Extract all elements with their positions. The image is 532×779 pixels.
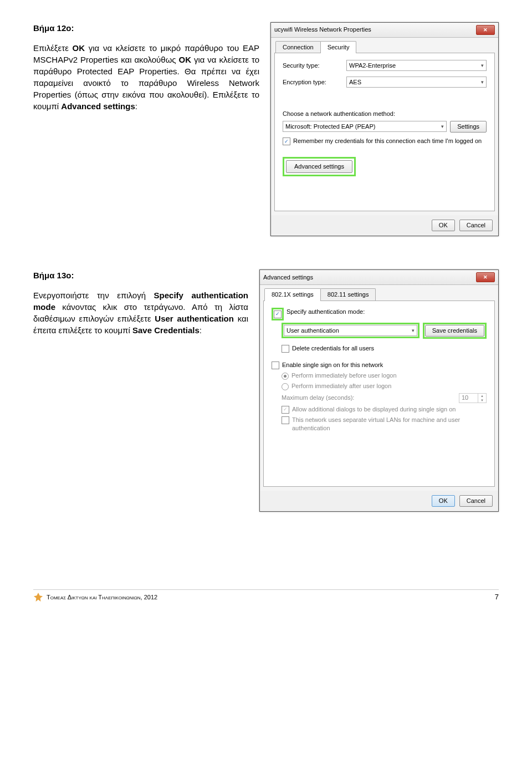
delete-credentials-checkbox[interactable] <box>282 345 289 353</box>
encryption-type-select[interactable]: AES <box>346 77 487 88</box>
ok-button[interactable]: OK <box>432 220 455 231</box>
t: : <box>200 325 202 335</box>
auth-mode-select[interactable]: User authentication <box>284 325 417 336</box>
dialog-title: ucywifi Wireless Network Properties <box>274 26 476 34</box>
t: Advanced settings <box>61 101 135 111</box>
t: Ενεργοποιήστε την επιλογή <box>33 291 154 300</box>
t: : <box>135 101 137 111</box>
allow-dialogs-checkbox: ✓ <box>282 406 289 414</box>
auth-method-select[interactable]: Microsoft: Protected EAP (PEAP) <box>283 121 447 132</box>
dialog-title: Advanced settings <box>263 273 476 282</box>
advanced-settings-button[interactable]: Advanced settings <box>286 160 352 173</box>
step12-title: Βήμα 12ο: <box>33 22 259 34</box>
t: ΟΚ <box>179 55 192 64</box>
specify-mode-label: Specify authentication mode: <box>287 308 365 316</box>
before-logon-label: Perform immediately before user logon <box>291 371 397 380</box>
highlight-specify-checkbox: ✓ <box>272 308 284 320</box>
logo-icon <box>33 592 43 602</box>
step12-body: Επιλέξετε ΟΚ για να κλείσετε το μικρό πα… <box>33 42 259 112</box>
step13-body: Ενεργοποιήστε την επιλογή Specify authen… <box>33 289 248 336</box>
vlan-label: This network uses separate virtual LANs … <box>292 416 487 433</box>
save-credentials-button[interactable]: Save credentials <box>425 325 484 337</box>
auth-method-label: Choose a network authentication method: <box>283 110 487 118</box>
t: Save Credentials <box>132 325 200 335</box>
security-type-select[interactable]: WPA2-Enterprise <box>346 60 487 71</box>
specify-mode-checkbox[interactable]: ✓ <box>274 310 282 318</box>
after-logon-label: Perform immediately after user logon <box>291 382 391 390</box>
advanced-settings-dialog: Advanced settings ✕ 802.1X settings 802.… <box>259 269 499 512</box>
encryption-type-label: Encryption type: <box>283 78 346 86</box>
max-delay-value: 10 <box>462 394 468 402</box>
max-delay-input: 10 ▲▼ <box>459 393 487 403</box>
tab-80211[interactable]: 802.11 settings <box>320 288 376 301</box>
highlight-save-cred: Save credentials <box>423 323 487 339</box>
delete-credentials-label: Delete credentials for all users <box>292 344 374 353</box>
tab-8021x[interactable]: 802.1X settings <box>264 288 321 301</box>
close-icon[interactable]: ✕ <box>476 272 495 282</box>
allow-dialogs-label: Allow additional dialogs to be displayed… <box>292 405 456 414</box>
cancel-button[interactable]: Cancel <box>459 220 493 231</box>
close-icon[interactable]: ✕ <box>476 25 495 35</box>
ok-button[interactable]: OK <box>432 495 455 507</box>
tab-security[interactable]: Security <box>320 41 357 53</box>
wireless-properties-dialog: ucywifi Wireless Network Properties ✕ Co… <box>270 22 499 236</box>
sso-label: Enable single sign on for this network <box>282 361 383 369</box>
settings-button[interactable]: Settings <box>450 121 487 133</box>
tab-connection[interactable]: Connection <box>275 41 321 53</box>
cancel-button[interactable]: Cancel <box>459 495 493 507</box>
footer-text: Τομεας Δικτyων και Τηλεπικοινωνιων, 2012 <box>47 593 157 602</box>
remember-checkbox[interactable]: ✓ <box>283 138 290 145</box>
spinner-icon: ▲▼ <box>478 394 486 403</box>
before-logon-radio <box>282 373 289 380</box>
step13-title: Βήμα 13ο: <box>33 269 248 281</box>
t: Επιλέξετε <box>33 43 73 53</box>
security-type-label: Security type: <box>283 62 346 70</box>
highlight-advanced: Advanced settings <box>283 157 356 176</box>
after-logon-radio <box>282 383 289 390</box>
remember-label: Remember my credentials for this connect… <box>293 137 482 145</box>
max-delay-label: Maximum delay (seconds): <box>282 394 456 402</box>
sso-checkbox[interactable] <box>272 362 279 369</box>
vlan-checkbox <box>282 416 289 424</box>
t: ΟΚ <box>73 43 85 53</box>
page-footer: Τομεας Δικτyων και Τηλεπικοινωνιων, 2012… <box>33 589 499 602</box>
t: User authentication <box>155 314 234 323</box>
page-number: 7 <box>495 592 499 602</box>
highlight-mode-select: User authentication <box>282 323 420 338</box>
